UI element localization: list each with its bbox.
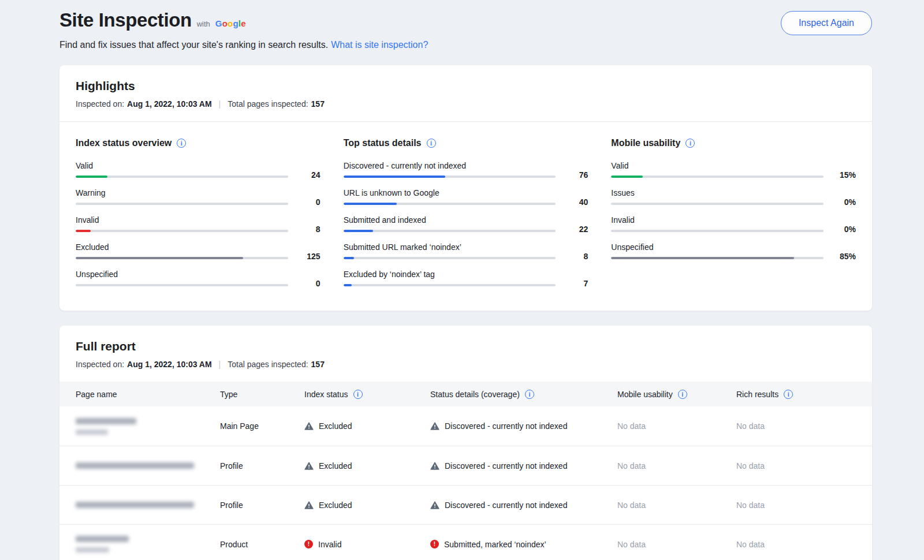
meta-separator: | [212, 99, 228, 109]
full-report-card: Full report Inspected on: Aug 1, 2022, 1… [59, 326, 872, 560]
column-header-mobile-usability: Mobile usability [617, 390, 736, 399]
progress-bar [76, 257, 288, 259]
status-details-cell: Discovered - currently not indexed [430, 461, 617, 471]
progress-bar [344, 176, 556, 178]
progress-bar [611, 230, 824, 232]
mobile-usability-cell: No data [617, 501, 736, 510]
mobile-usability-cell: No data [617, 540, 736, 549]
table-row[interactable]: Profile Excluded Discovered - currently … [59, 485, 872, 524]
index-status-cell: Excluded [304, 461, 430, 471]
progress-bar [611, 176, 824, 178]
column-header-index-status: Index status [304, 390, 430, 399]
index-status-overview-column: Index status overview Valid 24 Warning 0… [76, 138, 321, 286]
stat-row: Discovered - currently not indexed 76 [344, 161, 588, 178]
rich-results-cell: No data [736, 421, 856, 431]
page-name-redacted [76, 536, 220, 552]
column-header-type: Type [220, 390, 304, 399]
inspected-on-value: Aug 1, 2022, 10:03 AM [127, 360, 212, 369]
error-icon [430, 540, 439, 548]
stat-row: Unspecified 0 [76, 270, 321, 286]
progress-bar [611, 257, 824, 259]
page-header: Site Inspection with Google Find and fix… [59, 9, 872, 50]
stat-row: Valid 24 [76, 161, 321, 178]
table-row[interactable]: Profile Excluded Discovered - currently … [59, 446, 872, 485]
top-status-details-column: Top status details Discovered - currentl… [344, 138, 588, 286]
table-row[interactable]: Main Page Excluded Discovered - currentl… [59, 406, 872, 446]
progress-bar [76, 176, 288, 178]
warning-icon [430, 421, 439, 431]
warning-icon [304, 421, 314, 431]
page-name-redacted [76, 462, 220, 469]
site-inspection-page: Site Inspection with Google Find and fix… [0, 0, 924, 560]
with-label: with [197, 20, 210, 28]
subtitle-text: Find and fix issues that affect your sit… [59, 40, 328, 50]
rich-results-cell: No data [736, 501, 856, 510]
page-type: Profile [220, 501, 304, 510]
page-subtitle: Find and fix issues that affect your sit… [59, 40, 428, 50]
progress-bar [344, 230, 556, 232]
warning-icon [430, 461, 439, 471]
progress-bar [344, 257, 556, 259]
inspected-on-label: Inspected on: [76, 360, 124, 369]
highlights-card: Highlights Inspected on: Aug 1, 2022, 10… [59, 65, 872, 311]
stat-row: Issues 0% [611, 188, 856, 205]
error-icon [304, 540, 313, 548]
stat-row: Warning 0 [76, 188, 321, 205]
index-status-cell: Excluded [304, 421, 430, 431]
stat-row: Excluded by ‘noindex’ tag 7 [344, 270, 588, 286]
title-block: Site Inspection with Google Find and fix… [59, 9, 428, 50]
page-name-redacted [76, 418, 220, 435]
mobile-usability-column: Mobile usability Valid 15% Issues 0% Inv… [611, 138, 856, 286]
total-pages-value: 157 [311, 360, 325, 369]
info-icon[interactable] [177, 139, 186, 148]
index-status-overview-title: Index status overview [76, 138, 172, 148]
report-table-header: Page name Type Index status Status detai… [59, 382, 872, 406]
inspected-on-value: Aug 1, 2022, 10:03 AM [127, 99, 212, 109]
inspect-again-button[interactable]: Inspect Again [781, 11, 872, 35]
warning-icon [304, 501, 314, 510]
what-is-site-inspection-link[interactable]: What is site inspection? [331, 40, 428, 50]
info-icon[interactable] [784, 390, 793, 399]
info-icon[interactable] [427, 139, 436, 148]
table-row[interactable]: Product Invalid Submitted, marked ‘noind… [59, 524, 872, 560]
rich-results-cell: No data [736, 461, 856, 471]
stat-row: Invalid 8 [76, 215, 321, 232]
stat-row: Invalid 0% [611, 215, 856, 232]
mobile-usability-cell: No data [617, 421, 736, 431]
page-title: Site Inspection [59, 9, 192, 31]
mobile-usability-cell: No data [617, 461, 736, 471]
info-icon[interactable] [685, 139, 695, 148]
warning-icon [304, 461, 314, 471]
progress-bar [76, 230, 288, 232]
inspected-on-label: Inspected on: [76, 99, 124, 109]
total-pages-value: 157 [311, 99, 325, 109]
meta-separator: | [212, 360, 228, 369]
page-type: Product [220, 540, 304, 549]
total-pages-label: Total pages inspected: [228, 360, 308, 369]
highlights-head: Highlights Inspected on: Aug 1, 2022, 10… [59, 65, 872, 122]
progress-bar [76, 203, 288, 205]
full-report-head: Full report Inspected on: Aug 1, 2022, 1… [59, 326, 872, 382]
info-icon[interactable] [353, 390, 363, 399]
column-header-rich-results: Rich results [736, 390, 856, 399]
google-logo: Google [215, 18, 246, 28]
status-details-cell: Discovered - currently not indexed [430, 501, 617, 510]
stat-row: URL is unknown to Google 40 [344, 188, 588, 205]
column-header-status-details: Status details (coverage) [430, 390, 617, 399]
progress-bar [344, 203, 556, 205]
highlights-meta: Inspected on: Aug 1, 2022, 10:03 AM | To… [76, 99, 856, 109]
column-header-page-name: Page name [76, 390, 220, 399]
page-type: Profile [220, 461, 304, 471]
info-icon[interactable] [525, 390, 534, 399]
top-status-details-title: Top status details [344, 138, 422, 148]
page-type: Main Page [220, 421, 304, 431]
stat-row: Valid 15% [611, 161, 856, 178]
stat-row: Submitted and indexed 22 [344, 215, 588, 232]
full-report-title: Full report [76, 339, 856, 353]
progress-bar [344, 284, 556, 286]
status-details-cell: Discovered - currently not indexed [430, 421, 617, 431]
full-report-meta: Inspected on: Aug 1, 2022, 10:03 AM | To… [76, 360, 856, 369]
total-pages-label: Total pages inspected: [228, 99, 308, 109]
info-icon[interactable] [678, 390, 687, 399]
index-status-cell: Excluded [304, 501, 430, 510]
